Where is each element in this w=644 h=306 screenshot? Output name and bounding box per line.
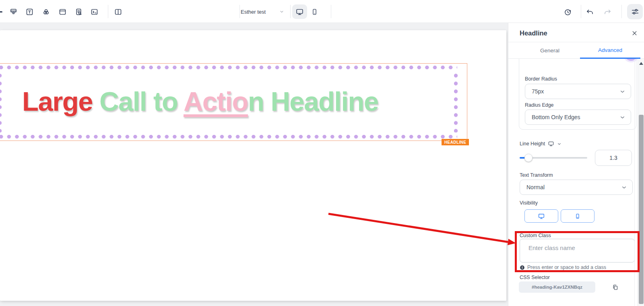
- close-icon[interactable]: [630, 29, 639, 37]
- panel-scrollbar[interactable]: [638, 59, 644, 306]
- element-type-badge: HEADLINE: [442, 139, 469, 145]
- desktop-icon[interactable]: [548, 141, 554, 147]
- chevron-down-icon: [621, 184, 627, 190]
- divider: [621, 5, 622, 18]
- border-settings-card: Border Radius 75px Radius Edge Bottom On…: [519, 59, 636, 130]
- top-toolbar: Esther test: [0, 0, 644, 23]
- settings-sliders-icon[interactable]: [627, 4, 643, 19]
- border-radius-select[interactable]: 75px: [525, 84, 631, 99]
- headline-element[interactable]: Large Call to Action Headline: [22, 84, 378, 119]
- css-selector-label: CSS Selector: [520, 275, 550, 280]
- headline-link-segment[interactable]: Actio: [184, 86, 248, 116]
- desktop-icon: [295, 8, 304, 16]
- headline-segment: Large: [22, 86, 99, 116]
- radius-edge-value: Bottom Only Edges: [532, 114, 580, 120]
- visibility-label: Visibility: [520, 200, 538, 206]
- chevron-down-icon: [619, 114, 625, 120]
- dotted-border-left: [0, 72, 2, 132]
- seo-document-icon[interactable]: [73, 6, 84, 17]
- divider: [331, 5, 331, 18]
- text-transform-label: Text Transform: [520, 172, 553, 178]
- visibility-mobile-button[interactable]: [561, 209, 594, 223]
- color-swatch[interactable]: [625, 59, 638, 61]
- panel-title: Headline: [520, 29, 547, 37]
- settings-panel: Headline General Advanced Border Radius …: [508, 23, 644, 306]
- css-selector-value: #heading-Kav1ZXNBqz: [519, 281, 595, 293]
- chevron-down-icon: [279, 9, 284, 14]
- divider: [634, 59, 635, 306]
- panel-content: Border Radius 75px Radius Edge Bottom On…: [508, 59, 644, 306]
- mobile-icon: [574, 213, 581, 219]
- redo-icon[interactable]: [602, 6, 613, 18]
- canvas-page[interactable]: Large Call to Action Headline HEADLINE: [0, 30, 506, 301]
- divider: [290, 5, 291, 18]
- browser-icon[interactable]: [57, 6, 68, 17]
- page-selector[interactable]: Esther test: [241, 6, 284, 18]
- headline-segment: n Headline: [248, 86, 378, 116]
- line-height-label: Line Height: [520, 141, 561, 147]
- border-radius-label: Border Radius: [525, 76, 557, 82]
- divider: [239, 5, 240, 18]
- dotted-border-right: [454, 72, 458, 132]
- code-icon[interactable]: [89, 6, 100, 17]
- radius-edge-label: Radius Edge: [525, 102, 554, 108]
- copy-icon[interactable]: [611, 283, 619, 292]
- text-transform-select[interactable]: Normal: [520, 180, 633, 195]
- tab-general[interactable]: General: [520, 42, 580, 59]
- dotted-border-top: [0, 65, 457, 70]
- custom-class-label: Custom Class: [520, 233, 551, 238]
- tab-advanced[interactable]: Advanced: [580, 42, 640, 59]
- undo-icon[interactable]: [584, 6, 595, 18]
- scrollbar-thumb[interactable]: [639, 115, 644, 304]
- brush-icon[interactable]: [8, 6, 19, 17]
- desktop-icon: [538, 213, 545, 220]
- mobile-view-button[interactable]: [309, 6, 320, 18]
- chevron-down-icon: [619, 89, 625, 95]
- divider: [581, 5, 581, 18]
- radius-edge-select[interactable]: Bottom Only Edges: [525, 110, 631, 125]
- line-height-value[interactable]: 1.3: [595, 150, 632, 166]
- text-transform-value: Normal: [526, 184, 545, 190]
- history-icon[interactable]: [562, 6, 573, 18]
- split-columns-icon[interactable]: [112, 6, 124, 17]
- divider: [108, 5, 108, 18]
- custom-class-input[interactable]: [520, 239, 635, 263]
- headline-segment: Call to: [99, 86, 184, 116]
- dotted-border-bottom: [0, 134, 457, 139]
- clipped-edge-icon: [0, 11, 2, 12]
- page-selector-label: Esther test: [241, 9, 266, 15]
- typography-icon[interactable]: [24, 6, 35, 17]
- chevron-down-icon[interactable]: [557, 142, 561, 146]
- mobile-icon: [311, 8, 318, 16]
- scrollbar-up-arrow[interactable]: [639, 62, 643, 65]
- visibility-desktop-button[interactable]: [524, 209, 558, 223]
- desktop-view-button[interactable]: [292, 4, 307, 19]
- panel-tabs: General Advanced: [508, 42, 644, 59]
- custom-class-hint: Press enter or space to add a class: [520, 265, 606, 270]
- info-icon: [520, 265, 525, 270]
- colors-icon[interactable]: [40, 6, 52, 17]
- border-radius-value: 75px: [532, 88, 544, 95]
- slider-thumb[interactable]: [524, 154, 533, 162]
